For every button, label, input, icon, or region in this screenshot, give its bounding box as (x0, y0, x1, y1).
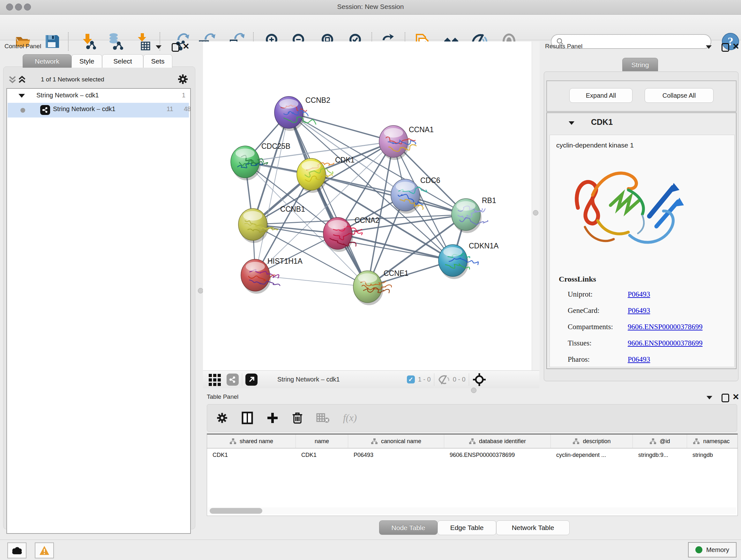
control-panel-float-icon[interactable] (172, 43, 179, 52)
network-node-cdc6[interactable]: CDC6 (391, 176, 441, 213)
control-panel-close-icon[interactable]: ✕ (183, 43, 190, 50)
collection-count: 1 (182, 91, 185, 99)
protein-name: CDK1 (591, 118, 613, 127)
selected-checkbox-icon[interactable]: ✓ (407, 375, 415, 383)
crosslink-label: Compartments: (568, 323, 613, 331)
tab-network-table[interactable]: Network Table (496, 520, 569, 535)
column-header-namespace[interactable]: namespac (687, 435, 736, 448)
network-node-hist1h1a[interactable]: HIST1H1A (241, 257, 303, 294)
node-label: CDK1 (335, 156, 354, 164)
tab-style[interactable]: Style (71, 54, 102, 68)
toolbar-separator (469, 373, 469, 386)
memory-button[interactable]: Memory (688, 542, 737, 557)
network-edge-count: 48 (184, 105, 191, 113)
results-panel-float-icon[interactable] (722, 43, 729, 52)
column-header-id[interactable]: @id (633, 435, 687, 448)
control-panel-collapse-icon[interactable] (156, 45, 161, 49)
network-edge[interactable] (255, 112, 289, 275)
delete-column-trash-icon[interactable] (292, 412, 303, 424)
crosslink-tissues-link[interactable]: 9606.ENSP00000378699 (628, 339, 703, 348)
network-graph[interactable]: CCNB2CCNA1CDC25BCDK1CDC6RB1CCNB1CCNA2CDK… (203, 42, 532, 370)
column-header-shared-name[interactable]: shared name (207, 435, 296, 448)
network-node-cdkn1a[interactable]: CDKN1A (439, 242, 499, 279)
expand-all-button[interactable]: Expand All (569, 88, 632, 103)
table-horizontal-scrollbar[interactable] (208, 507, 736, 514)
crosslink-compartments-link[interactable]: 9606.ENSP00000378699 (628, 323, 703, 331)
warning-icon (39, 545, 50, 556)
warnings-button[interactable] (35, 543, 54, 558)
network-right-splitter-handle[interactable] (533, 210, 538, 215)
table-toolbar: f(x) (207, 404, 737, 432)
show-columns-icon[interactable] (242, 412, 253, 424)
column-type-icon (572, 438, 580, 444)
node-table: shared name name canonical name database… (207, 434, 738, 516)
column-type-icon (469, 438, 476, 444)
table-panel-close-icon[interactable]: ✕ (732, 394, 739, 400)
node-label: CCNB1 (280, 205, 305, 213)
tab-edge-table[interactable]: Edge Table (437, 520, 496, 535)
crosslink-pharos-link[interactable]: P06493 (628, 355, 650, 364)
collection-expand-icon[interactable] (18, 94, 25, 98)
birdseye-crosshair-icon[interactable] (472, 373, 486, 387)
network-view-toolbar: String Network – cdk1 ✓ 1 - 0 0 - 0 (203, 370, 539, 388)
tab-string[interactable]: String (622, 58, 658, 71)
column-header-name[interactable]: name (296, 435, 348, 448)
collapse-all-button[interactable]: Collapse All (645, 88, 714, 103)
crosslink-label: Uniprot: (568, 290, 593, 299)
tab-sets[interactable]: Sets (143, 54, 172, 68)
node-label: RB1 (482, 196, 496, 205)
network-node-rb1[interactable]: RB1 (452, 196, 496, 233)
control-panel-title: Control Panel (4, 43, 41, 50)
delete-table-icon (316, 413, 330, 423)
results-panel-close-icon[interactable]: ✕ (732, 43, 739, 50)
node-label: CCNA2 (354, 216, 380, 225)
network-right-splitter[interactable] (532, 42, 540, 370)
network-row-selected[interactable]: String Network – cdk1 11 48 (8, 103, 189, 118)
column-header-description[interactable]: description (551, 435, 633, 448)
tab-select[interactable]: Select (102, 54, 143, 68)
collection-name: String Network – cdk1 (37, 91, 99, 99)
node-label: CDC6 (420, 176, 441, 185)
table-gear-icon[interactable] (216, 412, 228, 424)
column-header-database-identifier[interactable]: database identifier (444, 435, 551, 448)
network-edge[interactable] (255, 275, 367, 287)
collapse-all-icon[interactable] (7, 74, 18, 85)
network-collection-row[interactable]: String Network – cdk1 1 (7, 89, 189, 103)
cdk1-section-collapse-icon[interactable] (569, 121, 575, 125)
crosslink-genecard-link[interactable]: P06493 (628, 307, 650, 315)
titlebar: Session: New Session (0, 0, 741, 15)
horizontal-splitter[interactable] (203, 388, 741, 392)
grid-view-icon[interactable] (208, 373, 222, 387)
crosslink-label: Tissues: (568, 339, 592, 348)
tab-node-table[interactable]: Node Table (379, 520, 437, 535)
column-type-icon (650, 438, 657, 444)
network-node-ccna2[interactable]: CCNA2 (323, 216, 380, 252)
add-column-icon[interactable] (266, 412, 279, 424)
tab-network[interactable]: Network (23, 54, 71, 68)
network-view-title: String Network – cdk1 (277, 376, 340, 383)
crosslink-uniprot-link[interactable]: P06493 (628, 290, 650, 299)
table-panel-collapse-icon[interactable] (706, 396, 712, 399)
table-row[interactable]: CDK1 CDK1 P06493 9606.ENSP00000378699 cy… (207, 449, 738, 461)
node-label: HIST1H1A (267, 257, 303, 265)
network-node-cdc25b[interactable]: CDC25B (231, 142, 290, 180)
network-badge-icon[interactable] (226, 374, 239, 386)
table-panel-title: Table Panel (207, 393, 239, 400)
results-panel-collapse-icon[interactable] (706, 45, 712, 49)
memory-status-dot (695, 546, 702, 553)
column-header-canonical-name[interactable]: canonical name (348, 435, 444, 448)
cloud-status-button[interactable] (7, 543, 26, 558)
toolbar-separator (242, 373, 242, 386)
table-panel-float-icon[interactable] (722, 394, 729, 402)
network-node-ccnb2[interactable]: CCNB2 (274, 96, 330, 131)
table-scrollbar-thumb[interactable] (210, 508, 262, 514)
network-options-gear-icon[interactable] (177, 73, 189, 85)
network-canvas[interactable]: CCNB2CCNA1CDC25BCDK1CDC6RB1CCNB1CCNA2CDK… (203, 42, 532, 370)
open-in-window-icon[interactable] (246, 374, 258, 386)
left-splitter-handle[interactable] (198, 288, 203, 294)
left-splitter[interactable] (198, 42, 203, 540)
node-label: CDC25B (261, 142, 290, 150)
network-node-ccne1[interactable]: CCNE1 (353, 269, 408, 305)
expand-all-icon[interactable] (17, 74, 27, 85)
status-bar: Memory (0, 540, 741, 560)
